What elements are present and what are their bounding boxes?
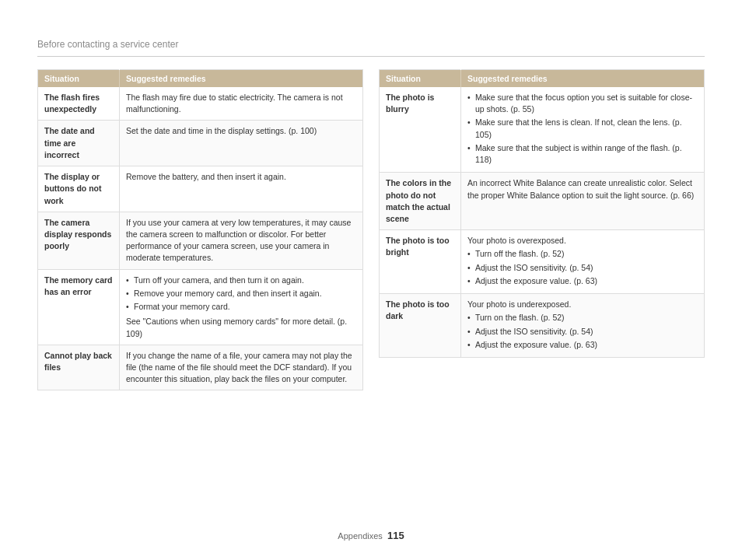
table-row: The photo is too darkYour photo is under…	[380, 294, 705, 358]
right-table: Situation Suggested remedies The photo i…	[379, 69, 705, 358]
remedy-cell: Set the date and time in the display set…	[120, 121, 363, 166]
table-row: Cannot play back filesIf you change the …	[38, 345, 363, 390]
table-row: The photo is blurryMake sure that the fo…	[380, 87, 705, 173]
remedy-cell: If you change the name of a file, your c…	[120, 345, 363, 390]
remedy-cell: An incorrect White Balance can create un…	[461, 173, 705, 230]
tables-wrapper: Situation Suggested remedies The flash f…	[37, 69, 705, 390]
situation-cell: The photo is blurry	[380, 87, 461, 173]
list-item: Adjust the exposure value. (p. 63)	[467, 339, 698, 351]
list-item: Format your memory card.	[126, 301, 356, 313]
list-item: Remove your memory card, and then insert…	[126, 288, 356, 299]
table-row: The colors in the photo do not match the…	[380, 173, 705, 230]
list-item: Make sure that the focus option you set …	[467, 92, 698, 115]
table-row: The flash fires unexpectedlyThe flash ma…	[38, 87, 363, 121]
right-header-situation: Situation	[380, 70, 461, 88]
remedy-cell: If you use your camera at very low tempe…	[120, 212, 363, 269]
situation-cell: The date and time are incorrect	[38, 121, 120, 166]
right-table-section: Situation Suggested remedies The photo i…	[379, 69, 705, 390]
page-container: Before contacting a service center Situa…	[0, 0, 742, 437]
situation-cell: The flash fires unexpectedly	[38, 87, 120, 121]
situation-cell: Cannot play back files	[38, 345, 120, 390]
situation-cell: The photo is too bright	[380, 230, 461, 294]
situation-cell: The photo is too dark	[380, 294, 461, 358]
footer-page: 115	[387, 530, 404, 541]
page-title: Before contacting a service center	[37, 39, 705, 57]
table-row: The memory card has an errorTurn off you…	[38, 269, 363, 345]
list-item: Adjust the ISO sensitivity. (p. 54)	[467, 326, 698, 338]
situation-cell: The memory card has an error	[38, 269, 120, 345]
left-table-section: Situation Suggested remedies The flash f…	[37, 69, 363, 390]
list-item: Adjust the ISO sensitivity. (p. 54)	[467, 262, 698, 274]
list-item: Make sure that the lens is clean. If not…	[467, 117, 698, 140]
table-row: The display or buttons do not workRemove…	[38, 166, 363, 212]
table-row: The photo is too brightYour photo is ove…	[380, 230, 705, 294]
left-header-situation: Situation	[38, 70, 120, 88]
footer-text: Appendixes	[338, 531, 383, 541]
remedy-cell: Turn off your camera, and then turn it o…	[120, 269, 363, 345]
left-header-remedies: Suggested remedies	[120, 70, 363, 88]
left-table: Situation Suggested remedies The flash f…	[37, 69, 363, 390]
remedy-cell: Your photo is overexposed.Turn off the f…	[461, 230, 705, 294]
table-row: The camera display responds poorlyIf you…	[38, 212, 363, 269]
situation-cell: The camera display responds poorly	[38, 212, 120, 269]
table-row: The date and time are incorrectSet the d…	[38, 121, 363, 166]
situation-cell: The colors in the photo do not match the…	[380, 173, 461, 230]
list-item: Make sure that the subject is within ran…	[467, 142, 698, 166]
remedy-cell: Make sure that the focus option you set …	[461, 87, 705, 173]
remedy-cell: Remove the battery, and then insert it a…	[120, 166, 363, 212]
right-header-remedies: Suggested remedies	[461, 70, 705, 88]
remedy-cell: Your photo is underexposed.Turn on the f…	[461, 294, 705, 358]
footer: Appendixes 115	[0, 530, 742, 541]
remedy-cell: The flash may fire due to static electri…	[120, 87, 363, 121]
list-item: Turn off your camera, and then turn it o…	[126, 275, 356, 286]
situation-cell: The display or buttons do not work	[38, 166, 120, 212]
list-item: Turn on the flash. (p. 52)	[467, 312, 698, 324]
list-item: Adjust the exposure value. (p. 63)	[467, 275, 698, 287]
list-item: Turn off the flash. (p. 52)	[467, 248, 698, 260]
